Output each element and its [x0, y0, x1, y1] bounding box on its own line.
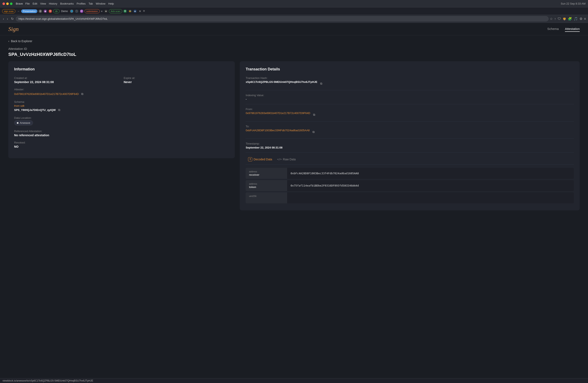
timestamp-label: Timestamp:	[246, 142, 574, 145]
datetime: Sun 22 Sep 8:33 AM	[561, 2, 586, 5]
data-type-uint256: uint256	[249, 195, 284, 197]
menu-window[interactable]: Window	[96, 2, 105, 5]
tx-separator-5	[246, 152, 574, 153]
profile-icon[interactable]: 🦁	[563, 17, 566, 20]
download-icon[interactable]: ↑	[554, 17, 556, 21]
timestamp-group: Timestamp: September 22, 2024 08:31:08	[246, 142, 574, 149]
menu-view[interactable]: View	[40, 2, 46, 5]
data-name-token: token	[249, 185, 284, 189]
attester-value: 0x97861976283e6901b407D1e217B72c4007D9F6…	[14, 92, 79, 96]
information-title: Information	[14, 67, 229, 71]
created-at-value: September 22, 2024 08:31:08	[14, 81, 120, 84]
tab-arrow: →	[16, 10, 20, 13]
forward-nav-button[interactable]: ›	[6, 17, 9, 21]
tx-separator-1	[246, 90, 574, 90]
extensions-icon[interactable]: 🧩	[568, 17, 572, 21]
timestamp-value: September 22, 2024 08:31:08	[246, 146, 574, 149]
tab-favicon-9: ◈	[133, 10, 137, 13]
data-row-uint256: uint256	[246, 192, 574, 203]
menu-file[interactable]: File	[25, 2, 30, 5]
tab-demo[interactable]: Demo	[61, 10, 69, 13]
tab-favicon-4: 🌐	[70, 10, 73, 13]
tx-separator-3	[246, 121, 574, 121]
nav-schema[interactable]: Schema	[547, 26, 559, 32]
menu-bookmarks[interactable]: Bookmarks	[60, 2, 74, 5]
revoked-value: NO	[14, 145, 229, 148]
expire-at-group: Expire at: Never	[124, 77, 229, 84]
tab-submission[interactable]: submission	[84, 9, 100, 13]
url-bar[interactable]	[16, 16, 548, 21]
close-tab-btn[interactable]: ✕	[139, 10, 141, 13]
more-icon[interactable]: ≡	[584, 17, 586, 21]
main-two-col: Information Created at: September 22, 20…	[8, 61, 580, 210]
data-name-receiver: receiver	[249, 173, 284, 176]
settings-icon[interactable]: ⚙	[580, 17, 582, 21]
menu-help[interactable]: Help	[108, 2, 114, 5]
decoded-data-tab-icon: T	[248, 157, 252, 161]
indexing-label: Indexing Value:	[246, 94, 574, 97]
music-icon[interactable]: 🎵	[574, 17, 578, 21]
tab-favicon-1: e	[39, 10, 42, 13]
indexing-value-group: Indexing Value: -	[246, 94, 574, 101]
arweave-dot-icon	[17, 122, 19, 124]
tab-sign-scan[interactable]: sign scan	[2, 9, 15, 13]
menu-history[interactable]: History	[49, 2, 57, 5]
app-name: Brave	[16, 2, 23, 5]
to-copy-button[interactable]: ⧉	[312, 130, 315, 134]
app-logo: Sign	[8, 26, 19, 32]
tab-db[interactable]: db	[53, 9, 60, 13]
bookmark-icon[interactable]: ☆	[550, 17, 553, 21]
nav-controls: ‹ › ↻	[2, 16, 15, 21]
data-type-token: address	[249, 182, 284, 185]
status-url: viewblock.io/arweave/tx/xSp6C1Tc6QZPBLG5…	[2, 379, 93, 382]
data-name-uint256	[249, 198, 284, 201]
data-type-receiver: address	[249, 170, 284, 173]
tab-presentation[interactable]: Presentation	[21, 9, 37, 13]
tab-favicon-8: 🐝	[128, 10, 132, 13]
tx-hash-group: Transaction Hash: xSp6C1Tc6QZPBLG5-5MElU…	[246, 77, 574, 87]
referenced-attestation-row: Referenced Attestation: No referenced at…	[14, 130, 229, 137]
to-value: 0xbFc4A28D8F1003Bec33f4Fdb7024ad6ad1605A…	[246, 129, 310, 132]
attestation-id-section: Attestation ID SPA_UvVzHzH0XWPJ6flcD7toL	[8, 47, 580, 57]
decoded-data-tab[interactable]: T Decoded Data	[246, 156, 275, 163]
data-value-uint256	[287, 192, 574, 203]
app-nav: Schema Attestation	[547, 26, 580, 32]
schema-from-sdk: from sdk	[14, 104, 229, 107]
tx-separator-2	[246, 104, 574, 104]
tab-favicon-5: M	[80, 10, 83, 13]
tab-favicon-6: ●	[104, 10, 108, 13]
maximize-button[interactable]	[10, 2, 12, 5]
from-copy-button[interactable]: ⧉	[312, 113, 316, 117]
data-row-receiver: address receiver 0xbFc4A28D8F1003Bec33f4…	[246, 168, 574, 179]
to-label: To:	[246, 125, 574, 128]
tab-favicon-7: M	[124, 10, 127, 13]
new-tab-btn[interactable]: +	[143, 9, 145, 13]
minimize-button[interactable]	[6, 2, 9, 5]
back-nav-button[interactable]: ‹	[2, 17, 5, 21]
raw-data-tab-label: Raw Data	[283, 158, 296, 161]
back-to-explorer-link[interactable]: ‹ Back to Explorer	[8, 40, 32, 43]
revoked-label: Revoked:	[14, 141, 229, 144]
reload-button[interactable]: ↻	[10, 16, 15, 21]
menu-edit[interactable]: Edit	[33, 2, 37, 5]
close-button[interactable]	[2, 2, 5, 5]
transaction-card: Transaction Details Transaction Hash: xS…	[240, 61, 580, 210]
titlebar: Brave File Edit View History Bookmarks P…	[0, 0, 588, 7]
menu-tab[interactable]: Tab	[88, 2, 93, 5]
data-key-uint256: uint256	[246, 192, 287, 203]
shield-icon[interactable]: 🛡	[558, 17, 561, 21]
attester-copy-button[interactable]: ⧉	[80, 92, 84, 96]
information-card: Information Created at: September 22, 20…	[8, 61, 235, 158]
schema-copy-button[interactable]: ⧉	[57, 108, 61, 112]
schema-row: Schema: from sdk SPS_Y8tHQJa7DiEnQTU_qyI…	[14, 100, 229, 112]
tx-hash-label: Transaction Hash:	[246, 77, 574, 80]
menu-profiles[interactable]: Profiles	[77, 2, 85, 5]
tx-hash-copy-button[interactable]: ⧉	[319, 81, 323, 86]
arweave-badge[interactable]: Arweave	[14, 120, 33, 125]
expire-at-label: Expire at:	[124, 77, 229, 80]
raw-data-tab[interactable]: </> Raw Data	[275, 156, 298, 163]
nav-attestation[interactable]: Attestation	[565, 26, 580, 32]
tab-arbiscan[interactable]: Arbi scan	[109, 9, 122, 13]
browser-toolbar: ‹ › ↻ ☆ ↑ 🛡 🦁 🧩 🎵 ⚙ ≡	[0, 15, 588, 23]
decoded-data-content: address receiver 0xbFc4A28D8F1003Bec33f4…	[246, 168, 574, 203]
